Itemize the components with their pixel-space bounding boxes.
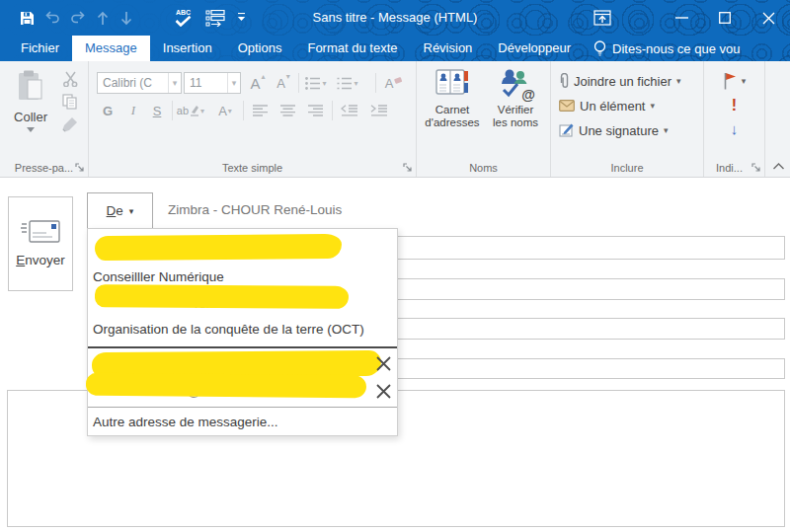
bullets-button[interactable]: ▾	[302, 72, 330, 94]
outlook-message-window: ABC Sans titre - Message (HTML)	[0, 0, 790, 532]
attach-file-label: Joindre un fichier	[574, 74, 672, 89]
send-button[interactable]: Envoyer	[8, 196, 73, 291]
from-account-dropdown: Conseilller Numérique renne Organisation…	[87, 228, 398, 436]
group-label-inclure: Inclure	[551, 162, 703, 174]
decrease-indent-button[interactable]	[338, 100, 359, 121]
signature-icon	[559, 123, 574, 137]
from-label-initial: D	[107, 203, 117, 218]
tab-revision[interactable]: Révision	[411, 36, 486, 61]
check-names-label-line1: Vérifier	[498, 104, 533, 115]
format-painter-icon[interactable]	[62, 116, 78, 132]
font-name-value: Calibri (C	[103, 76, 152, 90]
align-right-button[interactable]	[304, 100, 326, 121]
send-label: nvoyer	[25, 253, 65, 267]
paste-button[interactable]: Coller	[8, 70, 53, 155]
importance-high-button[interactable]: !	[704, 97, 764, 114]
check-names-label-line2: les noms	[493, 116, 538, 128]
importance-low-button[interactable]: ↓	[704, 120, 764, 137]
popout-icon[interactable]	[581, 0, 624, 36]
bold-button[interactable]: G	[97, 100, 118, 121]
address-book-icon	[434, 67, 470, 99]
send-label-initial: E	[16, 253, 25, 267]
cut-icon[interactable]	[62, 71, 79, 87]
follow-up-flag-button[interactable]: ▾	[704, 72, 764, 90]
redacted-highlight	[86, 373, 366, 398]
send-envelope-icon	[21, 220, 60, 244]
envelope-item-icon	[559, 100, 575, 112]
paperclip-icon	[559, 73, 569, 90]
font-size-value: 11	[190, 76, 201, 90]
other-address-item[interactable]: Autre adresse de messagerie...	[88, 411, 397, 432]
numbering-button[interactable]: ▾	[334, 72, 361, 94]
tab-insertion[interactable]: Insertion	[150, 36, 225, 61]
signature-button[interactable]: Une signature ▾	[559, 119, 668, 141]
grow-font-button[interactable]: A▴	[247, 72, 269, 94]
copy-icon[interactable]	[62, 94, 78, 110]
caret-down-icon: ▾	[676, 76, 681, 86]
ribbon: Coller Presse-pa... Cal	[0, 61, 790, 178]
check-names-icon: @	[498, 67, 533, 99]
minimize-button[interactable]	[660, 0, 703, 36]
tab-message[interactable]: Message	[72, 36, 150, 61]
maximize-button[interactable]	[703, 0, 747, 36]
group-noms: Carnet d'adresses @ Vérifier les noms No…	[417, 61, 551, 177]
at-sign-glyph: @	[521, 87, 535, 103]
tell-me-label: Dites-nous ce que vou	[612, 41, 740, 56]
attach-item-label: Un élément	[580, 99, 645, 114]
tell-me-box[interactable]: Dites-nous ce que vou	[593, 36, 740, 61]
title-bar: ABC Sans titre - Message (HTML)	[0, 0, 790, 36]
lightbulb-icon	[593, 40, 606, 57]
group-texte-simple: Calibri (C ▾ 11 ▾ A▴ A▾ ▾ ▾ A	[89, 61, 417, 177]
increase-indent-button[interactable]	[367, 100, 389, 121]
tab-developpeur[interactable]: Développeur	[485, 36, 584, 61]
compose-area: Envoyer De ▾ Zimbra - CHOUR René-Louis C…	[0, 178, 790, 532]
align-center-button[interactable]	[276, 100, 298, 121]
font-name-select[interactable]: Calibri (C ▾	[97, 72, 182, 94]
from-account-value: Zimbra - CHOUR René-Louis	[168, 202, 342, 217]
attach-file-button[interactable]: Joindre un fichier ▾	[559, 70, 681, 92]
redacted-highlight	[95, 284, 349, 309]
caret-down-icon: ▾	[227, 73, 240, 93]
address-book-label-line2: d'adresses	[425, 116, 479, 128]
close-button[interactable]	[747, 0, 790, 36]
importance-high-icon: !	[732, 97, 737, 114]
tab-options[interactable]: Options	[225, 36, 295, 61]
caret-down-icon: ▾	[168, 73, 181, 93]
caret-down-icon: ▾	[650, 101, 655, 111]
underline-button[interactable]: S	[146, 100, 168, 121]
collapse-ribbon-icon[interactable]	[772, 162, 785, 171]
paste-caret-icon	[27, 127, 35, 132]
font-size-select[interactable]: 11 ▾	[184, 72, 241, 94]
dropdown-separator	[88, 346, 397, 348]
dialog-launcher-icon[interactable]	[75, 163, 85, 173]
tab-format-du-texte[interactable]: Format du texte	[294, 36, 410, 61]
from-button[interactable]: De ▾	[87, 192, 153, 229]
attach-item-button[interactable]: Un élément ▾	[559, 95, 655, 116]
highlight-button[interactable]: ab ▾	[176, 100, 205, 121]
address-book-label-line1: Carnet	[435, 104, 470, 115]
header: ABC Sans titre - Message (HTML)	[0, 0, 790, 61]
check-names-button[interactable]: @ Vérifier les noms	[485, 67, 546, 129]
font-color-button[interactable]: A ▾	[211, 100, 239, 121]
address-book-button[interactable]: Carnet d'adresses	[422, 67, 483, 129]
dialog-launcher-icon[interactable]	[403, 163, 413, 173]
group-label-noms: Noms	[417, 162, 550, 174]
group-indicateurs: ▾ ! ↓ Indi...	[704, 61, 765, 177]
redacted-highlight	[95, 234, 342, 261]
flag-icon	[723, 72, 737, 90]
clear-formatting-button[interactable]: A	[383, 72, 405, 94]
italic-button[interactable]: I	[122, 100, 144, 121]
caret-down-icon: ▾	[742, 76, 747, 86]
dialog-launcher-icon[interactable]	[751, 163, 761, 173]
remove-address-icon[interactable]	[372, 380, 394, 402]
account-item-oct[interactable]: Organisation de la conquête de la terre …	[88, 316, 397, 342]
shrink-font-button[interactable]: A▾	[273, 72, 294, 94]
remove-address-icon[interactable]	[372, 352, 394, 374]
importance-low-icon: ↓	[731, 120, 739, 137]
align-left-button[interactable]	[249, 100, 271, 121]
group-presse-papiers: Coller Presse-pa...	[0, 61, 89, 177]
signature-label: Une signature	[579, 123, 659, 138]
group-inclure: Joindre un fichier ▾ Un élément ▾ Une si…	[551, 61, 704, 177]
paste-icon	[16, 70, 45, 106]
tab-fichier[interactable]: Fichier	[8, 36, 72, 61]
